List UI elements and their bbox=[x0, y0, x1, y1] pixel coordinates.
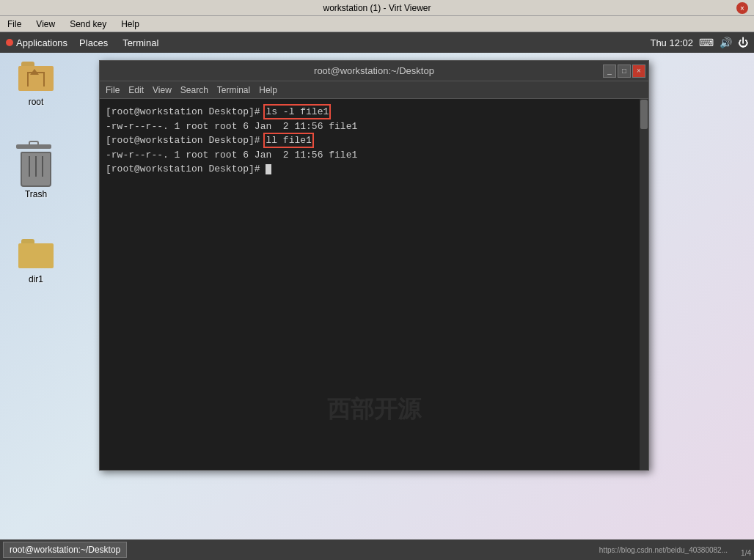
clock: Thu 12:02 bbox=[650, 37, 693, 48]
gnome-top-panel: Applications Places Terminal Thu 12:02 ⌨… bbox=[0, 32, 754, 53]
term-menu-terminal[interactable]: Terminal bbox=[217, 85, 250, 95]
trash-label: Trash bbox=[25, 189, 47, 199]
terminal-line-1: [root@workstation Desktop]# ls -l file1 bbox=[106, 105, 643, 119]
folder-shape bbox=[18, 62, 54, 91]
viewer-menu-sendkey[interactable]: Send key bbox=[67, 18, 109, 31]
gnome-panel-right: Thu 12:02 ⌨ 🔊 ⏻ bbox=[650, 37, 748, 48]
viewer-menu-help[interactable]: Help bbox=[118, 18, 142, 31]
terminal-line-4: -rw-r--r--. 1 root root 6 Jan 2 11:56 fi… bbox=[106, 148, 643, 163]
terminal-line-2: -rw-r--r--. 1 root root 6 Jan 2 11:56 fi… bbox=[106, 119, 643, 134]
desktop-icon-dir1[interactable]: dir1 bbox=[10, 236, 62, 284]
terminal-line-5: [root@workstation Desktop]# bbox=[106, 162, 643, 177]
root-folder-icon bbox=[18, 59, 54, 94]
desktop-icon-trash[interactable]: Trash bbox=[10, 148, 62, 199]
trash-body bbox=[21, 152, 51, 187]
terminal-menubar: File Edit View Search Terminal Help bbox=[100, 81, 648, 99]
volume-icon[interactable]: 🔊 bbox=[720, 37, 732, 48]
taskbar: root@workstation:~/Desktop https://blog.… bbox=[0, 539, 754, 560]
dir1-label: dir1 bbox=[29, 274, 43, 284]
terminal-maximize-button[interactable]: □ bbox=[618, 65, 631, 78]
desktop: root file1 Trash bbox=[0, 53, 754, 539]
root-label: root bbox=[29, 97, 44, 107]
window-close-button[interactable]: × bbox=[736, 2, 748, 14]
terminal-menu[interactable]: Terminal bbox=[120, 36, 161, 50]
terminal-window-controls: _ □ × bbox=[603, 65, 645, 78]
viewer-menu-file[interactable]: File bbox=[4, 18, 24, 31]
term-menu-file[interactable]: File bbox=[106, 85, 120, 95]
terminal-window: root@workstation:~/Desktop _ □ × File Ed… bbox=[99, 60, 649, 471]
term-menu-view[interactable]: View bbox=[153, 85, 172, 95]
terminal-scrollbar-thumb[interactable] bbox=[640, 100, 648, 129]
terminal-title: root@workstation:~/Desktop bbox=[314, 65, 434, 76]
viewer-menu-view[interactable]: View bbox=[33, 18, 58, 31]
gnome-panel-left: Applications Places Terminal bbox=[6, 36, 161, 50]
dir1-folder-shape bbox=[18, 239, 54, 268]
terminal-line-3: [root@workstation Desktop]# ll file1 bbox=[106, 133, 643, 148]
power-icon[interactable]: ⏻ bbox=[738, 37, 748, 48]
desktop-icon-root[interactable]: root bbox=[10, 59, 62, 107]
watermark: 西部开源 bbox=[327, 394, 421, 426]
trash-icon-container bbox=[18, 148, 54, 186]
terminal-close-button[interactable]: × bbox=[632, 65, 645, 78]
taskbar-terminal-item[interactable]: root@workstation:~/Desktop bbox=[3, 542, 127, 558]
keyboard-icon: ⌨ bbox=[699, 37, 714, 48]
terminal-scrollbar[interactable] bbox=[640, 99, 648, 470]
applications-icon bbox=[6, 39, 13, 46]
terminal-minimize-button[interactable]: _ bbox=[603, 65, 616, 78]
cmd-3-highlight: ll file1 bbox=[266, 135, 311, 146]
term-menu-help[interactable]: Help bbox=[259, 85, 277, 95]
virt-viewer-titlebar: workstation (1) - Virt Viewer × bbox=[0, 0, 754, 16]
terminal-body[interactable]: [root@workstation Desktop]# ls -l file1 … bbox=[100, 99, 648, 470]
prompt-1: [root@workstation Desktop]# bbox=[106, 106, 266, 117]
places-menu[interactable]: Places bbox=[76, 36, 111, 50]
page-number: 1/4 bbox=[741, 549, 751, 557]
taskbar-url: https://blog.csdn.net/beidu_40380082... bbox=[599, 546, 728, 554]
applications-menu[interactable]: Applications bbox=[6, 37, 67, 48]
prompt-3: [root@workstation Desktop]# bbox=[106, 135, 266, 146]
cmd-1-highlight: ls -l file1 bbox=[266, 106, 329, 117]
dir1-folder-icon bbox=[18, 236, 54, 271]
trash-lid bbox=[16, 144, 51, 149]
viewer-menubar: File View Send key Help bbox=[0, 16, 754, 32]
term-menu-edit[interactable]: Edit bbox=[128, 85, 144, 95]
terminal-cursor bbox=[266, 164, 271, 174]
window-title: workstation (1) - Virt Viewer bbox=[323, 3, 431, 13]
term-menu-search[interactable]: Search bbox=[180, 85, 208, 95]
applications-label: Applications bbox=[16, 37, 67, 48]
terminal-titlebar: root@workstation:~/Desktop _ □ × bbox=[100, 61, 648, 81]
